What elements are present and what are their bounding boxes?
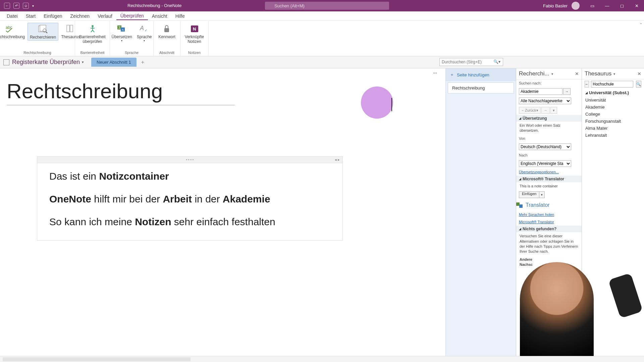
avatar[interactable] [572,2,580,10]
ribbon-group-section: Kennwort Abschnitt [154,21,180,56]
note-container[interactable]: • • • •◂ ▸ Das ist ein Notizcontainer On… [37,156,343,241]
insert-translation-button[interactable]: Einfügen [519,191,539,198]
notebook-icon[interactable] [3,59,9,65]
chevron-down-icon: ▾ [144,39,145,43]
btn-translate[interactable]: 文A Übersetzen▾ [109,23,134,43]
insert-menu-button[interactable]: ▾ [539,191,545,198]
research-forward-button[interactable]: → [541,107,550,114]
menu-ueberpruefen[interactable]: Überprüfen [116,12,148,20]
chevron-down-icon[interactable]: ▾ [82,60,84,64]
horizontal-scrollbar[interactable] [3,357,191,361]
collapse-ribbon-icon[interactable]: ˄ [640,23,642,27]
menu-hilfe[interactable]: Hilfe [171,12,189,20]
section-tab[interactable]: Neuer Abschnitt 1 [91,58,137,67]
emoji-icon[interactable]: ☺ [23,3,29,9]
research-section-notfound[interactable]: ◢Nichts gefunden? [516,226,582,232]
btn-linked-notes[interactable]: N Verknüpfte Notizen [183,23,206,45]
maximize-icon[interactable]: ◻ [614,0,629,11]
translator-icon [516,201,524,209]
collapse-icon: ◢ [519,117,521,120]
translator-result: This is a note container [516,182,582,190]
ms-translator-link[interactable]: Microsoft® Translator [519,220,554,224]
btn-password[interactable]: Kennwort [156,23,177,40]
thesaurus-heading[interactable]: ◢Universität (Subst.) [582,89,644,97]
research-section-mstranslator[interactable]: ◢Microsoft® Translator [516,176,582,182]
research-go-button[interactable]: → [563,88,571,95]
books-icon [65,23,76,34]
notebook-name[interactable]: Registerkarte Überprüfen [12,59,80,66]
research-forward-menu[interactable]: ▾ [550,107,557,114]
page-list-item[interactable]: Rechtschreibung [448,82,514,94]
translate-to-select[interactable]: Englisch (Vereinigte Sta [519,160,571,167]
note-line-2[interactable]: OneNote hilft mir bei der Arbeit in der … [49,193,330,205]
note-body[interactable]: Das ist ein Notizcontainer OneNote hilft… [37,163,342,240]
workspace: ⤢ Rechtschreibung • • • •◂ ▸ Das ist ein… [0,68,644,356]
close-icon[interactable]: ✕ [637,71,641,76]
research-scope-select[interactable]: Alle Nachschlagewerke [519,98,571,104]
research-back-button[interactable]: ← Zurück ▾ [519,107,541,114]
window-title: Rechtschreibung - OneNote [127,0,181,11]
thesaurus-go-button[interactable]: 🔍 [636,81,641,87]
menu-datei[interactable]: Datei [3,12,22,20]
translation-options-link[interactable]: Übersetzungsoptionen... [519,170,559,174]
user-name[interactable]: Fabio Basler [543,3,568,8]
menu-ansicht[interactable]: Ansicht [148,12,171,20]
group-label-spelling: Rechtschreibung [23,50,51,55]
svg-text:✓: ✓ [145,28,147,32]
svg-text:文: 文 [118,26,121,29]
expand-icon[interactable]: ⤢ [432,70,439,76]
ribbon-group-spelling: abc Rechtschreibung Recherchieren Thesau… [0,21,75,56]
undo-icon[interactable]: ↶ [13,3,19,9]
close-icon[interactable]: ✕ [575,71,579,76]
group-label-language: Sprache [125,50,139,55]
thesaurus-search-input[interactable] [591,81,633,87]
note-resize-arrows-icon[interactable]: ◂ ▸ [335,158,340,162]
webcam-overlay [510,249,644,356]
add-page-button[interactable]: ＋Seite hinzufügen [446,68,516,81]
thesaurus-item[interactable]: Akademie [582,104,644,111]
ribbon-group-notes: N Verknüpfte Notizen Notizen [180,21,209,56]
note-canvas[interactable]: ⤢ Rechtschreibung • • • •◂ ▸ Das ist ein… [0,68,445,356]
menu-verlauf[interactable]: Verlauf [94,12,116,20]
minimize-icon[interactable]: — [600,0,614,11]
menu-einfuegen[interactable]: Einfügen [40,12,66,20]
note-drag-handle[interactable]: • • • •◂ ▸ [37,157,342,163]
statusbar [0,356,644,362]
add-section-icon[interactable]: + [141,59,144,65]
thesaurus-item[interactable]: Lehranstalt [582,132,644,139]
text-cursor-icon [388,98,395,111]
chevron-down-icon[interactable]: ▾ [551,72,553,76]
microphone-icon [608,273,643,318]
global-search-input[interactable] [265,2,389,10]
menu-zeichnen[interactable]: Zeichnen [66,12,94,20]
titlebar: ← ↶ ☺ ▾ Rechtschreibung - OneNote 🔍 Fabi… [0,0,644,11]
thesaurus-item[interactable]: Alma Mater [582,125,644,132]
translate-from-select[interactable]: Deutsch (Deutschland) [519,143,571,150]
ribbon-mode-icon[interactable]: ▭ [585,0,600,11]
thesaurus-item[interactable]: College [582,111,644,118]
btn-spelling[interactable]: abc Rechtschreibung [0,23,27,41]
chevron-down-icon[interactable]: ▾ [613,72,615,76]
presenter-silhouette [520,262,594,356]
btn-research[interactable]: Recherchieren [28,23,58,41]
research-section-translation[interactable]: ◢Übersetzung [516,115,582,122]
qat-dropdown-icon[interactable]: ▾ [32,4,34,8]
collapse-icon: ◢ [585,91,588,95]
thesaurus-item[interactable]: Universität [582,97,644,104]
note-line-3[interactable]: So kann ich meine Notizen sehr einfach f… [49,216,330,228]
close-icon[interactable]: ✕ [629,0,644,11]
note-line-1[interactable]: Das ist ein Notizcontainer [49,171,330,182]
nav-back-icon[interactable]: ← [4,3,10,9]
page-title[interactable]: Rechtschreibung [7,79,235,105]
research-search-input[interactable] [519,88,562,95]
plus-icon: ＋ [450,72,454,78]
svg-rect-17 [516,202,520,206]
menu-start[interactable]: Start [22,12,40,20]
svg-rect-5 [67,25,69,32]
search-icon[interactable]: 🔍▾ [493,59,500,64]
thesaurus-back-button[interactable]: ← [585,81,589,87]
more-languages-link[interactable]: Mehr Sprachen holen [519,213,554,217]
btn-accessibility[interactable]: Barrierefreiheit überprüfen [77,23,108,45]
thesaurus-item[interactable]: Forschungsanstalt [582,118,644,125]
btn-language[interactable]: A✓ Sprache▾ [135,23,154,43]
